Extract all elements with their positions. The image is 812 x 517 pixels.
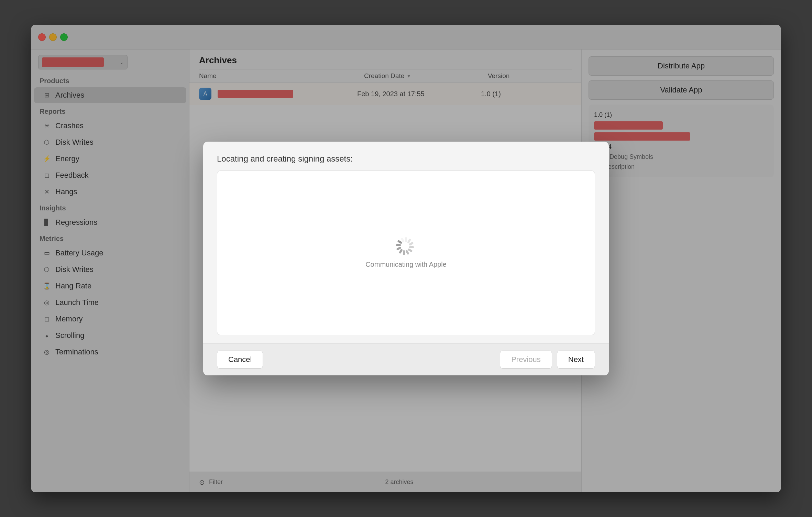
spinner-seg-10	[396, 244, 401, 246]
signing-assets-modal: Locating and creating signing assets:	[203, 142, 609, 375]
spinner-seg-4	[409, 246, 414, 248]
modal-btn-group: Previous Next	[500, 351, 595, 368]
next-button[interactable]: Next	[557, 351, 595, 368]
modal-footer: Cancel Previous Next	[203, 343, 609, 375]
spinner-status-label: Communicating with Apple	[365, 261, 447, 268]
modal-title: Locating and creating signing assets:	[217, 154, 595, 164]
modal-overlay: Locating and creating signing assets:	[31, 25, 781, 492]
spinner-seg-7	[403, 250, 405, 255]
cancel-button[interactable]: Cancel	[217, 351, 263, 368]
main-window: ⌄ Products ⊞ Archives Reports ✳ Crashes …	[31, 25, 781, 492]
spinner-seg-1	[405, 237, 407, 242]
previous-button[interactable]: Previous	[500, 351, 552, 368]
modal-content-area: Communicating with Apple	[217, 170, 595, 335]
loading-spinner	[397, 237, 415, 255]
spinner-seg-8	[399, 249, 403, 254]
modal-body: Locating and creating signing assets:	[203, 142, 609, 343]
